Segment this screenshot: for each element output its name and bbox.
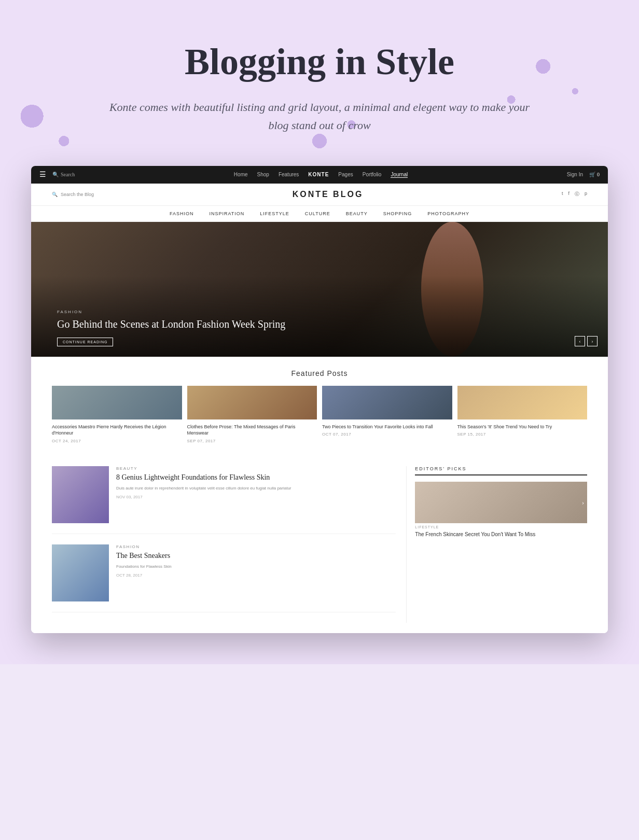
featured-item-4[interactable]: This Season's 'It' Shoe Trend You Need t… xyxy=(457,386,588,443)
featured-item-date-2: SEP 07, 2017 xyxy=(187,439,317,443)
featured-item-2[interactable]: Clothes Before Prose: The Mixed Messages… xyxy=(187,386,317,443)
facebook-icon[interactable]: f xyxy=(568,191,569,198)
twitter-icon[interactable]: t xyxy=(562,191,563,198)
nav-home[interactable]: Home xyxy=(234,172,248,177)
post-img-1 xyxy=(52,466,109,523)
hamburger-icon[interactable]: ☰ xyxy=(39,170,46,179)
featured-item-date-3: OCT 07, 2017 xyxy=(322,432,452,437)
cat-fashion[interactable]: FASHION xyxy=(170,211,194,216)
nav-right: Sign In 🛒 0 xyxy=(567,172,600,177)
hero-cta-button[interactable]: CONTINUE READING xyxy=(57,338,113,346)
browser-mockup: ☰ 🔍 Search Home Shop Features KONTE Page… xyxy=(31,166,608,633)
main-posts: BEAUTY 8 Genius Lightweight Foundations … xyxy=(52,466,396,623)
nav-portfolio[interactable]: Portfolio xyxy=(363,172,382,177)
hero-post-tag: FASHION xyxy=(57,310,285,314)
featured-item-date-4: SEP 15, 2017 xyxy=(457,432,588,437)
post-item-1[interactable]: BEAUTY 8 Genius Lightweight Foundations … xyxy=(52,466,396,534)
cat-photography[interactable]: PHOTOGRAPHY xyxy=(427,211,469,216)
nav-bar: ☰ 🔍 Search Home Shop Features KONTE Page… xyxy=(31,166,608,184)
sidebar-arrow-icon: › xyxy=(582,498,584,506)
post-tag-1: BEAUTY xyxy=(116,466,291,471)
hero-content: FASHION Go Behind the Scenes at London F… xyxy=(31,310,311,357)
blog-header: 🔍 Search the Blog KONTE BLOG t f ⓒ p xyxy=(31,184,608,206)
nav-shop[interactable]: Shop xyxy=(257,172,269,177)
featured-item-title-1: Accessories Maestro Pierre Hardy Receive… xyxy=(52,424,182,437)
post-title-2[interactable]: The Best Sneakers xyxy=(116,551,172,561)
search-icon: 🔍 xyxy=(52,172,59,177)
nav-cart[interactable]: 🛒 0 xyxy=(589,172,600,177)
featured-section: Featured Posts Accessories Maestro Pierr… xyxy=(31,357,608,456)
post-body-2: FASHION The Best Sneakers Foundations fo… xyxy=(116,544,172,601)
cat-culture[interactable]: CULTURE xyxy=(305,211,330,216)
cat-shopping[interactable]: SHOPPING xyxy=(383,211,412,216)
featured-img-4 xyxy=(457,386,588,419)
featured-item-1[interactable]: Accessories Maestro Pierre Hardy Receive… xyxy=(52,386,182,443)
featured-img-2 xyxy=(187,386,317,419)
nav-links: Home Shop Features KONTE Pages Portfolio… xyxy=(234,172,408,178)
sidebar-title: EDITORS' PICKS xyxy=(415,466,587,475)
sidebar: EDITORS' PICKS › LIFESTYLE The French Sk… xyxy=(406,466,587,623)
hero-prev-button[interactable]: ‹ xyxy=(575,336,585,346)
category-nav: FASHION INSPIRATION LIFESTYLE CULTURE BE… xyxy=(31,206,608,222)
nav-pages[interactable]: Pages xyxy=(338,172,353,177)
featured-title: Featured Posts xyxy=(52,369,587,377)
featured-item-title-2: Clothes Before Prose: The Mixed Messages… xyxy=(187,424,317,437)
pinterest-icon[interactable]: p xyxy=(585,191,587,198)
post-date-2: OCT 28, 2017 xyxy=(116,573,172,578)
post-date-1: NOV 03, 2017 xyxy=(116,495,291,499)
sidebar-item-tag-1: LIFESTYLE xyxy=(415,525,587,529)
blog-search[interactable]: 🔍 Search the Blog xyxy=(52,192,94,197)
nav-konte[interactable]: KONTE xyxy=(308,172,329,177)
featured-item-date-1: OCT 24, 2017 xyxy=(52,439,182,443)
blog-title: KONTE BLOG xyxy=(293,190,364,199)
blog-social-links: t f ⓒ p xyxy=(562,191,587,198)
featured-img-3 xyxy=(322,386,452,419)
nav-features[interactable]: Features xyxy=(279,172,299,177)
featured-img-1 xyxy=(52,386,182,419)
hero-title: Blogging in Style xyxy=(104,41,535,82)
nav-search-button[interactable]: 🔍 Search xyxy=(52,172,75,177)
nav-signin[interactable]: Sign In xyxy=(567,172,583,177)
featured-item-title-4: This Season's 'It' Shoe Trend You Need t… xyxy=(457,424,588,430)
cat-beauty[interactable]: BEAUTY xyxy=(346,211,368,216)
hero-subtitle: Konte comes with beautiful listing and g… xyxy=(104,98,535,134)
post-img-2 xyxy=(52,544,109,601)
sidebar-item-title-1[interactable]: The French Skincare Secret You Don't Wan… xyxy=(415,531,587,538)
nav-journal[interactable]: Journal xyxy=(391,172,408,178)
hero-image-container: FASHION Go Behind the Scenes at London F… xyxy=(31,222,608,357)
instagram-icon[interactable]: ⓒ xyxy=(575,191,579,198)
featured-grid: Accessories Maestro Pierre Hardy Receive… xyxy=(52,386,587,443)
hero-post-title: Go Behind the Scenes at London Fashion W… xyxy=(57,317,285,331)
post-tag-2: FASHION xyxy=(116,544,172,549)
search-icon: 🔍 xyxy=(52,192,58,197)
nav-search-label: Search xyxy=(61,172,75,177)
hero-nav-buttons: ‹ › xyxy=(575,336,598,346)
featured-item-3[interactable]: Two Pieces to Transition Your Favorite L… xyxy=(322,386,452,443)
post-excerpt-2: Foundations for Flawless Skin xyxy=(116,564,172,570)
post-excerpt-1: Duis aute irure dolor in reprehenderit i… xyxy=(116,485,291,492)
featured-item-title-3: Two Pieces to Transition Your Favorite L… xyxy=(322,424,452,430)
blog-search-label: Search the Blog xyxy=(61,192,94,197)
hero-section: Blogging in Style Konte comes with beaut… xyxy=(0,0,639,166)
browser-wrapper: ☰ 🔍 Search Home Shop Features KONTE Page… xyxy=(0,166,639,664)
sidebar-img-1[interactable]: › xyxy=(415,482,587,523)
post-body-1: BEAUTY 8 Genius Lightweight Foundations … xyxy=(116,466,291,523)
cat-lifestyle[interactable]: LIFESTYLE xyxy=(260,211,289,216)
hero-next-button[interactable]: › xyxy=(587,336,598,346)
cat-inspiration[interactable]: INSPIRATION xyxy=(209,211,244,216)
post-item-2[interactable]: FASHION The Best Sneakers Foundations fo… xyxy=(52,544,396,612)
post-title-1[interactable]: 8 Genius Lightweight Foundations for Fla… xyxy=(116,473,291,482)
main-content: BEAUTY 8 Genius Lightweight Foundations … xyxy=(31,456,608,633)
